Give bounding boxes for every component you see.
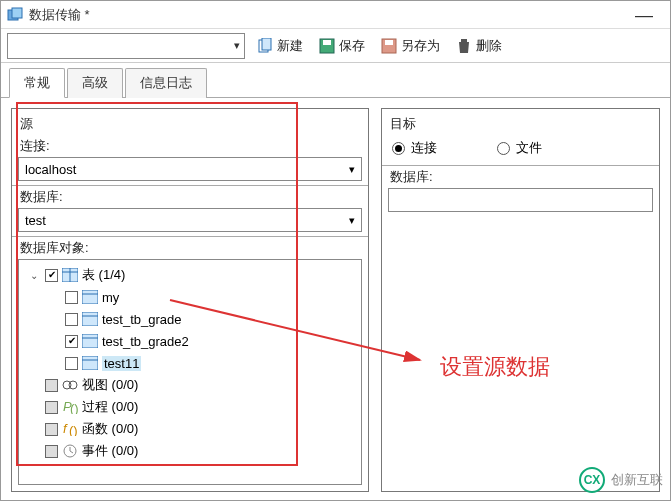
window-title: 数据传输 * [29, 6, 624, 24]
item-label: test_tb_grade2 [102, 334, 189, 349]
tree-node-events[interactable]: 事件 (0/0) [21, 440, 359, 462]
svg-rect-16 [82, 334, 98, 348]
source-connection-label: 连接: [12, 135, 368, 157]
table-icon [82, 334, 98, 348]
svg-rect-8 [461, 39, 467, 42]
tab-advanced[interactable]: 高级 [67, 68, 123, 98]
table-icon [82, 356, 98, 370]
target-radio-file[interactable]: 文件 [497, 139, 542, 157]
toolbar: ▾ 新建 保存 另存为 删除 [1, 29, 670, 63]
table-icon [82, 290, 98, 304]
new-button[interactable]: 新建 [253, 35, 307, 57]
procs-label: 过程 (0/0) [82, 398, 138, 416]
svg-rect-18 [82, 356, 98, 370]
svg-rect-1 [12, 8, 22, 18]
radio-on-icon [392, 142, 405, 155]
tree-node-tables[interactable]: ⌄ 表 (1/4) [21, 264, 359, 286]
source-connection-select[interactable]: localhost ▾ [18, 157, 362, 181]
tables-checkbox[interactable] [45, 269, 58, 282]
save-label: 保存 [339, 37, 365, 55]
table-group-icon [62, 268, 78, 282]
views-checkbox[interactable] [45, 379, 58, 392]
minimize-button[interactable]: — [624, 8, 664, 22]
svg-rect-12 [82, 290, 98, 304]
tree-node-funcs[interactable]: f() 函数 (0/0) [21, 418, 359, 440]
svg-text:(): () [70, 401, 78, 414]
collapse-icon[interactable]: ⌄ [27, 270, 41, 281]
svg-rect-7 [385, 40, 393, 45]
source-database-value: test [25, 213, 46, 228]
radio-off-icon [497, 142, 510, 155]
tables-label: 表 (1/4) [82, 266, 125, 284]
body: 源 连接: localhost ▾ 数据库: test ▾ 数据库对象: ⌄ 表… [1, 98, 670, 501]
svg-point-21 [69, 381, 77, 389]
tree-node-views[interactable]: 视图 (0/0) [21, 374, 359, 396]
source-database-label: 数据库: [12, 185, 368, 208]
target-mode-row: 连接 文件 [382, 135, 659, 165]
item-checkbox[interactable] [65, 335, 78, 348]
item-label: test11 [102, 356, 141, 371]
new-icon [257, 38, 273, 54]
trash-icon [456, 38, 472, 54]
svg-rect-14 [82, 312, 98, 326]
target-panel: 目标 连接 文件 数据库: [381, 108, 660, 492]
save-as-button[interactable]: 另存为 [377, 35, 444, 57]
tree-item[interactable]: test_tb_grade [21, 308, 359, 330]
item-label: test_tb_grade [102, 312, 182, 327]
tab-bar: 常规 高级 信息日志 [1, 63, 670, 98]
app-window: 数据传输 * — ▾ 新建 保存 另存为 删除 常规 高级 信息日志 源 连接: [0, 0, 671, 501]
target-radio-connection[interactable]: 连接 [392, 139, 437, 157]
delete-button[interactable]: 删除 [452, 35, 506, 57]
item-label: my [102, 290, 119, 305]
item-checkbox[interactable] [65, 291, 78, 304]
delete-label: 删除 [476, 37, 502, 55]
svg-text:(): () [69, 423, 78, 436]
source-connection-value: localhost [25, 162, 76, 177]
funcs-checkbox[interactable] [45, 423, 58, 436]
svg-rect-5 [323, 40, 331, 45]
source-title: 源 [12, 109, 368, 135]
save-as-icon [381, 38, 397, 54]
chevron-down-icon: ▾ [349, 214, 355, 227]
events-label: 事件 (0/0) [82, 442, 138, 460]
save-icon [319, 38, 335, 54]
item-checkbox[interactable] [65, 357, 78, 370]
save-button[interactable]: 保存 [315, 35, 369, 57]
chevron-down-icon: ▾ [349, 163, 355, 176]
source-objects-label: 数据库对象: [12, 236, 368, 259]
objects-tree[interactable]: ⌄ 表 (1/4) my test_tb_grade [18, 259, 362, 485]
title-bar: 数据传输 * — [1, 1, 670, 29]
svg-rect-3 [262, 38, 271, 50]
profile-combo[interactable]: ▾ [7, 33, 245, 59]
views-icon [62, 378, 78, 392]
app-icon [7, 7, 23, 23]
svg-text:f: f [63, 422, 68, 436]
save-as-label: 另存为 [401, 37, 440, 55]
procedure-icon: P() [62, 400, 78, 414]
views-label: 视图 (0/0) [82, 376, 138, 394]
event-icon [62, 444, 78, 458]
tree-item-selected[interactable]: test11 [21, 352, 359, 374]
chevron-down-icon: ▾ [234, 39, 240, 52]
source-database-select[interactable]: test ▾ [18, 208, 362, 232]
target-database-label: 数据库: [382, 165, 659, 188]
item-checkbox[interactable] [65, 313, 78, 326]
new-label: 新建 [277, 37, 303, 55]
tree-node-procs[interactable]: P() 过程 (0/0) [21, 396, 359, 418]
function-icon: f() [62, 422, 78, 436]
source-panel: 源 连接: localhost ▾ 数据库: test ▾ 数据库对象: ⌄ 表… [11, 108, 369, 492]
tab-log[interactable]: 信息日志 [125, 68, 207, 98]
table-icon [82, 312, 98, 326]
tab-general[interactable]: 常规 [9, 68, 65, 98]
events-checkbox[interactable] [45, 445, 58, 458]
procs-checkbox[interactable] [45, 401, 58, 414]
tree-item[interactable]: test_tb_grade2 [21, 330, 359, 352]
funcs-label: 函数 (0/0) [82, 420, 138, 438]
target-title: 目标 [382, 109, 659, 135]
target-database-input[interactable] [388, 188, 653, 212]
tree-item[interactable]: my [21, 286, 359, 308]
